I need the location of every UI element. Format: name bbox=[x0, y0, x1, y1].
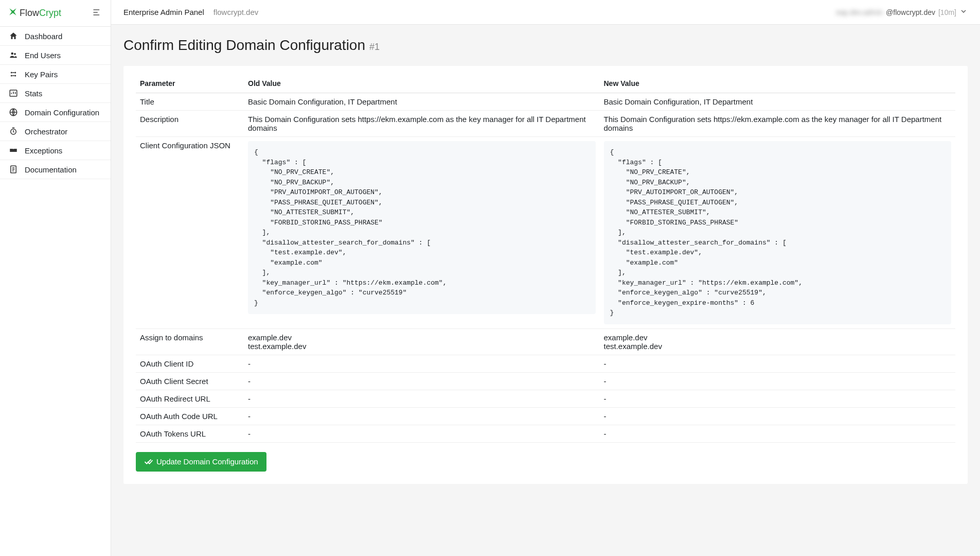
sidebar-item-orchestrator[interactable]: Orchestrator bbox=[0, 122, 111, 141]
cell-parameter: Description bbox=[136, 111, 244, 137]
cell-new-value: - bbox=[600, 390, 956, 407]
cell-old-value: - bbox=[244, 425, 600, 442]
home-icon bbox=[8, 31, 19, 41]
code-old: { "flags" : [ "NO_PRV_CREATE", "NO_PRV_B… bbox=[248, 141, 596, 314]
update-button-label: Update Domain Configuration bbox=[156, 457, 258, 466]
cell-new-value: - bbox=[600, 425, 956, 442]
cell-parameter: Title bbox=[136, 93, 244, 111]
cell-old-value: - bbox=[244, 372, 600, 390]
user-menu[interactable]: eap.dev.admin @flowcrypt.dev [10m] bbox=[836, 7, 968, 17]
th-parameter: Parameter bbox=[136, 74, 244, 93]
svg-point-0 bbox=[11, 53, 14, 55]
sidebar-item-dashboard[interactable]: Dashboard bbox=[0, 27, 111, 46]
brand-crypt: Crypt bbox=[39, 8, 61, 19]
svg-point-2 bbox=[11, 72, 12, 74]
sidebar-item-label: Dashboard bbox=[25, 32, 62, 41]
diff-table: Parameter Old Value New Value TitleBasic… bbox=[136, 74, 955, 443]
code-new: { "flags" : [ "NO_PRV_CREATE", "NO_PRV_B… bbox=[604, 141, 952, 324]
sidebar-item-label: Stats bbox=[25, 89, 42, 98]
chevron-down-icon bbox=[959, 7, 968, 17]
stats-icon bbox=[8, 89, 19, 98]
table-row: OAuth Tokens URL-- bbox=[136, 425, 955, 442]
sidebar-item-label: Documentation bbox=[25, 165, 77, 174]
svg-point-1 bbox=[14, 53, 16, 55]
panel-domain: flowcrypt.dev bbox=[213, 8, 259, 16]
svg-point-5 bbox=[14, 75, 16, 77]
table-row: OAuth Auth Code URL-- bbox=[136, 407, 955, 425]
update-domain-configuration-button[interactable]: Update Domain Configuration bbox=[136, 452, 266, 472]
topbar: Enterprise Admin Panel flowcrypt.dev eap… bbox=[111, 0, 980, 25]
sidebar-item-stats[interactable]: Stats bbox=[0, 84, 111, 103]
sidebar-item-label: Orchestrator bbox=[25, 127, 67, 136]
cell-new-value: This Domain Configuration sets https://e… bbox=[600, 111, 956, 137]
cell-new-value: example.dev test.example.dev bbox=[600, 328, 956, 355]
main-area: Enterprise Admin Panel flowcrypt.dev eap… bbox=[111, 0, 980, 556]
sidebar-item-exceptions[interactable]: Exceptions bbox=[0, 141, 111, 160]
cell-old-value: example.dev test.example.dev bbox=[244, 328, 600, 355]
user-blurred: eap.dev.admin bbox=[836, 8, 883, 16]
cell-old-value: - bbox=[244, 355, 600, 372]
cell-new-value: - bbox=[600, 407, 956, 425]
check-all-icon bbox=[144, 457, 153, 466]
table-row: Client Configuration JSON{ "flags" : [ "… bbox=[136, 137, 955, 329]
brand-icon bbox=[8, 7, 17, 19]
table-row: OAuth Client ID-- bbox=[136, 355, 955, 372]
cell-parameter: Client Configuration JSON bbox=[136, 137, 244, 329]
cell-old-value: - bbox=[244, 407, 600, 425]
table-row: OAuth Client Secret-- bbox=[136, 372, 955, 390]
nav-list: Dashboard End Users Key Pairs Stats Doma… bbox=[0, 27, 111, 179]
clock-icon bbox=[8, 127, 19, 136]
cell-old-value: - bbox=[244, 390, 600, 407]
table-row: Assign to domainsexample.dev test.exampl… bbox=[136, 328, 955, 355]
cell-parameter: OAuth Auth Code URL bbox=[136, 407, 244, 425]
cell-parameter: OAuth Tokens URL bbox=[136, 425, 244, 442]
svg-point-4 bbox=[11, 75, 12, 77]
brand-flow: Flow bbox=[20, 8, 39, 19]
menu-toggle-icon[interactable] bbox=[92, 7, 102, 19]
sidebar-item-end-users[interactable]: End Users bbox=[0, 46, 111, 65]
doc-icon bbox=[8, 165, 19, 174]
cell-old-value: This Domain Configuration sets https://e… bbox=[244, 111, 600, 137]
sidebar: FlowCrypt Dashboard End Users Key Pairs … bbox=[0, 0, 111, 556]
sidebar-header: FlowCrypt bbox=[0, 0, 111, 27]
table-row: OAuth Redirect URL-- bbox=[136, 390, 955, 407]
broken-icon bbox=[8, 146, 19, 155]
content: Confirm Editing Domain Configuration #1 … bbox=[111, 25, 980, 496]
table-row: DescriptionThis Domain Configuration set… bbox=[136, 111, 955, 137]
sidebar-item-key-pairs[interactable]: Key Pairs bbox=[0, 65, 111, 84]
sidebar-item-label: Key Pairs bbox=[25, 70, 58, 79]
sidebar-item-documentation[interactable]: Documentation bbox=[0, 160, 111, 179]
settings-icon bbox=[8, 70, 19, 79]
cell-old-value: { "flags" : [ "NO_PRV_CREATE", "NO_PRV_B… bbox=[244, 137, 600, 329]
sidebar-item-domain-configuration[interactable]: Domain Configuration bbox=[0, 103, 111, 122]
sidebar-item-label: Exceptions bbox=[25, 146, 62, 155]
cell-new-value: Basic Domain Configuration, IT Departmen… bbox=[600, 93, 956, 111]
svg-point-3 bbox=[14, 72, 16, 74]
th-new-value: New Value bbox=[600, 74, 956, 93]
users-icon bbox=[8, 50, 19, 60]
user-session-time: [10m] bbox=[938, 8, 956, 16]
page-title-number: #1 bbox=[369, 42, 380, 53]
th-old-value: Old Value bbox=[244, 74, 600, 93]
cell-new-value: - bbox=[600, 372, 956, 390]
cell-parameter: OAuth Redirect URL bbox=[136, 390, 244, 407]
table-row: TitleBasic Domain Configuration, IT Depa… bbox=[136, 93, 955, 111]
panel-title: Enterprise Admin Panel bbox=[123, 8, 204, 16]
globe-icon bbox=[8, 108, 19, 117]
cell-parameter: Assign to domains bbox=[136, 328, 244, 355]
cell-parameter: OAuth Client ID bbox=[136, 355, 244, 372]
diff-card: Parameter Old Value New Value TitleBasic… bbox=[123, 66, 968, 484]
page-title: Confirm Editing Domain Configuration bbox=[123, 37, 365, 54]
cell-parameter: OAuth Client Secret bbox=[136, 372, 244, 390]
user-domain: @flowcrypt.dev bbox=[886, 8, 935, 16]
cell-new-value: - bbox=[600, 355, 956, 372]
cell-new-value: { "flags" : [ "NO_PRV_CREATE", "NO_PRV_B… bbox=[600, 137, 956, 329]
sidebar-item-label: Domain Configuration bbox=[25, 108, 99, 117]
sidebar-item-label: End Users bbox=[25, 51, 61, 60]
brand-logo[interactable]: FlowCrypt bbox=[8, 7, 61, 19]
cell-old-value: Basic Domain Configuration, IT Departmen… bbox=[244, 93, 600, 111]
